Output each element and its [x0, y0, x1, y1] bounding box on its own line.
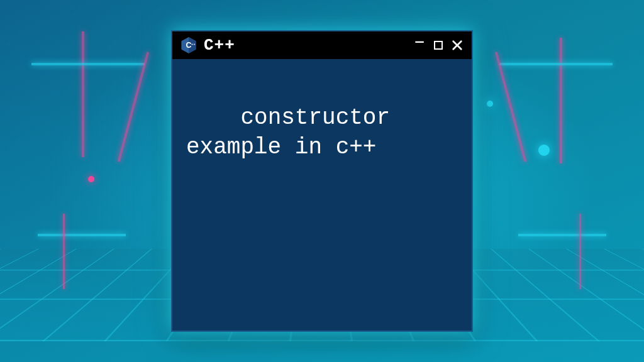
- svg-text:C: C: [186, 41, 192, 50]
- glow-dot: [538, 145, 550, 156]
- circuit-line: [579, 214, 581, 289]
- svg-text:+: +: [193, 42, 195, 46]
- window-title: C++: [204, 36, 406, 55]
- glow-dot: [88, 176, 94, 182]
- window-controls: —: [413, 38, 464, 52]
- glow-dot: [487, 101, 493, 107]
- maximize-button[interactable]: [431, 38, 445, 52]
- circuit-line: [560, 38, 562, 163]
- terminal-text: constructor example in c++: [186, 105, 404, 160]
- titlebar[interactable]: C + + C++ —: [172, 31, 472, 59]
- minimize-button[interactable]: —: [413, 36, 426, 50]
- terminal-window: C + + C++ — constructor example in c++: [171, 30, 473, 332]
- circuit-line: [118, 52, 149, 162]
- circuit-line: [518, 234, 606, 236]
- cpp-icon: C + +: [180, 36, 197, 54]
- svg-text:+: +: [191, 42, 193, 46]
- circuit-line: [63, 214, 65, 289]
- circuit-line: [82, 31, 84, 157]
- circuit-line: [38, 234, 126, 236]
- terminal-body: constructor example in c++: [172, 59, 472, 331]
- circuit-line: [499, 63, 613, 65]
- circuit-line: [495, 52, 526, 162]
- circuit-line: [31, 63, 145, 65]
- close-button[interactable]: [450, 38, 464, 52]
